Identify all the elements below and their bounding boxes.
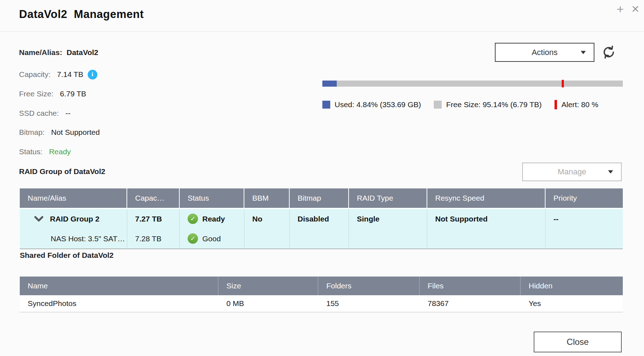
name-alias-value: DataVol2 [66, 48, 98, 57]
free-size-label: Free Size: [19, 90, 54, 98]
shared-col-files[interactable]: Files [420, 277, 521, 295]
usage-legend: Used: 4.84% (353.69 GB) Free Size: 95.14… [322, 100, 598, 109]
ssd-cache-value: -- [65, 109, 70, 118]
manage-button-label: Manage [558, 167, 586, 177]
shared-hidden-cell: Yes [521, 295, 623, 312]
close-button-label: Close [567, 337, 589, 347]
raid-status-cell: ✓ Ready [180, 209, 244, 229]
shared-folder-section-title: Shared Folder of DataVol2 [20, 251, 114, 260]
status-label: Status: [19, 147, 42, 156]
page-title: DataVol2 Management [19, 8, 144, 21]
raid-col-status[interactable]: Status [180, 188, 244, 208]
usage-bar [322, 81, 623, 87]
legend-alert-label: Alert: 80 % [561, 100, 598, 109]
expand-chevron-icon[interactable] [34, 215, 45, 223]
title-bar: DataVol2 Management + ✕ [0, 0, 644, 32]
raid-priority-cell: -- [546, 209, 623, 229]
raid-group-name: RAID Group 2 [50, 215, 100, 223]
close-button[interactable]: Close [534, 332, 622, 352]
usage-alert-marker [562, 80, 564, 87]
legend-used-label: Used: 4.84% (353.69 GB) [335, 100, 421, 109]
shared-folders-cell: 155 [318, 295, 420, 312]
disk-status-cell: ✓ Good [180, 229, 244, 248]
info-row-capacity: Capacity: 7.14 TB i [19, 69, 97, 79]
raid-col-bitmap[interactable]: Bitmap [290, 188, 349, 208]
info-row-bitmap: Bitmap: Not Supported [19, 127, 100, 137]
disk-status-text: Good [202, 234, 221, 243]
capacity-label: Capacity: [19, 70, 51, 79]
legend-free-swatch [434, 101, 442, 109]
raid-col-capacity[interactable]: Capac… [127, 188, 180, 208]
window-add-icon[interactable]: + [613, 1, 627, 17]
shared-table-header: Name Size Folders Files Hidden [20, 277, 623, 295]
legend-alert-swatch [555, 100, 557, 109]
refresh-button[interactable] [601, 44, 617, 61]
raid-capacity-cell: 7.27 TB [127, 209, 180, 229]
shared-col-size[interactable]: Size [218, 277, 318, 295]
disk-priority-cell [546, 229, 623, 248]
ssd-cache-label: SSD cache: [19, 109, 59, 118]
legend-alert: Alert: 80 % [555, 100, 598, 109]
free-size-value: 6.79 TB [60, 90, 86, 98]
raid-col-name-alias[interactable]: Name/Alias [20, 188, 127, 208]
shared-files-cell: 78367 [420, 295, 521, 312]
status-ok-icon: ✓ [188, 214, 198, 224]
disk-raid-type-cell [349, 229, 427, 248]
info-icon[interactable]: i [88, 70, 97, 79]
manage-button[interactable]: Manage [522, 163, 622, 181]
raid-bbm-cell: No [244, 209, 290, 229]
shared-col-folders[interactable]: Folders [318, 277, 420, 295]
raid-table-header: Name/Alias Capac… Status BBM Bitmap RAID… [20, 188, 623, 209]
raid-col-priority[interactable]: Priority [546, 188, 623, 208]
raid-bitmap-cell: Disabled [290, 209, 349, 229]
info-row-ssd-cache: SSD cache: -- [19, 108, 70, 118]
actions-button-label: Actions [532, 48, 557, 57]
bitmap-label: Bitmap: [19, 128, 45, 137]
shared-col-name[interactable]: Name [20, 277, 218, 295]
table-row[interactable]: SyncedPhotos 0 MB 155 78367 Yes [20, 295, 623, 312]
info-row-name-alias: Name/Alias: DataVol2 [19, 47, 98, 58]
info-row-free-size: Free Size: 6.79 TB [19, 89, 86, 99]
window-close-icon[interactable]: ✕ [628, 1, 643, 17]
actions-button[interactable]: Actions [495, 43, 594, 62]
capacity-value: 7.14 TB [57, 70, 83, 79]
shared-name-cell: SyncedPhotos [20, 295, 218, 312]
disk-resync-cell [427, 229, 546, 248]
usage-bar-used [322, 81, 337, 87]
legend-used-swatch [322, 101, 330, 109]
disk-capacity-cell: 7.28 TB [127, 229, 180, 248]
table-row[interactable]: RAID Group 2 7.27 TB ✓ Ready No Disabled… [20, 209, 623, 229]
raid-table-body: RAID Group 2 7.27 TB ✓ Ready No Disabled… [20, 209, 623, 249]
disk-bbm-cell [244, 229, 290, 248]
raid-col-resync-speed[interactable]: Resync Speed [427, 188, 546, 208]
status-value: Ready [49, 147, 71, 156]
info-row-status: Status: Ready [19, 147, 71, 157]
disk-name-cell: NAS Host: 3.5" SAT… [20, 229, 127, 248]
legend-free: Free Size: 95.14% (6.79 TB) [434, 100, 542, 109]
refresh-icon [601, 45, 616, 61]
status-ok-icon: ✓ [188, 233, 198, 244]
shared-col-hidden[interactable]: Hidden [521, 277, 623, 295]
name-alias-label: Name/Alias: [19, 48, 62, 57]
raid-section-title: RAID Group of DataVol2 [19, 167, 105, 176]
bitmap-value: Not Supported [51, 128, 100, 137]
raid-group-cell: RAID Group 2 [20, 209, 127, 229]
raid-status-text: Ready [202, 215, 225, 223]
chevron-down-icon [581, 51, 586, 54]
disk-bitmap-cell [290, 229, 349, 248]
raid-type-cell: Single [349, 209, 427, 229]
shared-size-cell: 0 MB [218, 295, 318, 312]
legend-free-label: Free Size: 95.14% (6.79 TB) [446, 100, 542, 109]
shared-folder-table: Name Size Folders Files Hidden SyncedPho… [20, 277, 623, 312]
raid-col-raid-type[interactable]: RAID Type [349, 188, 427, 208]
raid-table: Name/Alias Capac… Status BBM Bitmap RAID… [20, 188, 623, 249]
raid-resync-cell: Not Supported [427, 209, 546, 229]
raid-col-bbm[interactable]: BBM [244, 188, 290, 208]
table-row[interactable]: NAS Host: 3.5" SAT… 7.28 TB ✓ Good [20, 229, 623, 248]
legend-used: Used: 4.84% (353.69 GB) [322, 100, 421, 109]
chevron-down-icon [608, 170, 613, 174]
